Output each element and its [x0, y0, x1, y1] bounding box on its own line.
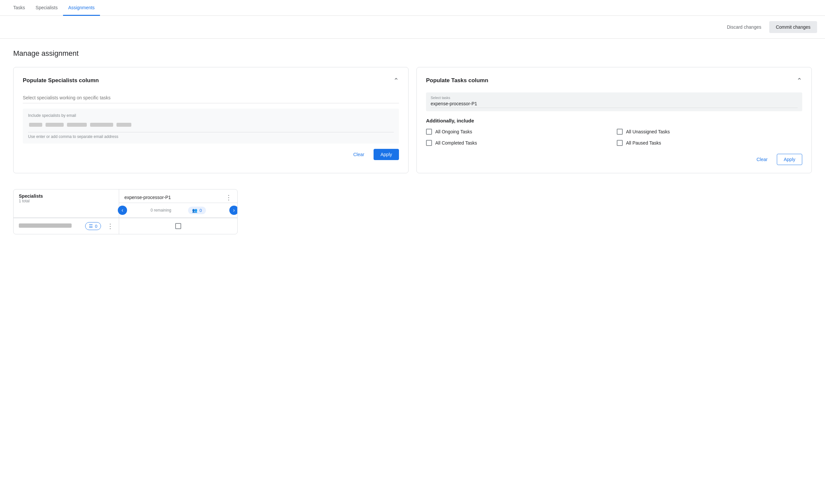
specialists-clear-button[interactable]: Clear: [350, 149, 368, 160]
task-header-inner: expense-processor-P1 ⋮: [119, 190, 237, 203]
tasks-panel-title: Populate Tasks column: [426, 77, 489, 84]
task-sub-row: ‹ 0 remaining 👥 0 ›: [119, 203, 237, 218]
row-more-menu-icon[interactable]: ⋮: [107, 222, 114, 230]
header-bar: Discard changes Commit changes: [0, 16, 825, 39]
select-tasks-label: Select tasks: [431, 96, 798, 100]
tab-specialists[interactable]: Specialists: [30, 0, 63, 16]
commit-changes-button[interactable]: Commit changes: [769, 21, 817, 33]
email-chip-4: [90, 123, 113, 127]
specialist-name: [19, 223, 82, 229]
email-chip-2: [46, 123, 64, 127]
page-content: Manage assignment Populate Specialists c…: [0, 39, 825, 246]
specialists-panel-title: Populate Specialists column: [23, 77, 99, 84]
email-input-area[interactable]: [28, 121, 394, 132]
task-column-header: expense-processor-P1 ⋮ ‹ 0 remaining 👥 0…: [119, 190, 237, 218]
top-navigation: Tasks Specialists Assignments: [0, 0, 825, 16]
task-assignment-checkbox[interactable]: [175, 223, 181, 229]
tasks-panel-header: Populate Tasks column ⌃: [426, 77, 802, 84]
task-nav-next-button[interactable]: ›: [229, 206, 238, 215]
task-remaining: 0 remaining: [150, 208, 171, 213]
select-tasks-value[interactable]: expense-processor-P1: [431, 101, 798, 108]
include-specialists-section: Include specialists by email Use enter o…: [23, 109, 399, 144]
specialist-count-badge: ☰ 0: [85, 222, 101, 230]
specialist-cell: ☰ 0 ⋮: [13, 218, 119, 234]
checkbox-unassigned-label: All Unassigned Tasks: [626, 129, 670, 134]
task-name: expense-processor-P1: [125, 195, 171, 200]
specialists-col-subtitle: 1 total: [19, 199, 114, 203]
specialist-name-blurred: [19, 223, 72, 228]
email-chip-3: [67, 123, 87, 127]
specialists-apply-button[interactable]: Apply: [374, 149, 399, 160]
task-nav-prev-button[interactable]: ‹: [118, 206, 127, 215]
checkbox-completed-label: All Completed Tasks: [435, 140, 477, 146]
task-assignment-cell: [119, 218, 237, 234]
tab-assignments[interactable]: Assignments: [63, 0, 100, 16]
specialists-panel-header: Populate Specialists column ⌃: [23, 77, 399, 84]
table-row: ☰ 0 ⋮: [13, 218, 237, 234]
task-more-menu-icon[interactable]: ⋮: [225, 194, 232, 201]
table-header-row: Specialists 1 total expense-processor-P1…: [13, 190, 237, 218]
panels-row: Populate Specialists column ⌃ Include sp…: [13, 67, 812, 173]
specialists-column-header: Specialists 1 total: [13, 190, 119, 218]
select-specialists-field-group: [23, 92, 399, 103]
specialist-count-value: 0: [95, 224, 97, 229]
page-title: Manage assignment: [13, 49, 812, 58]
task-count-badge: 👥 0: [188, 207, 206, 214]
select-tasks-field-group: Select tasks expense-processor-P1: [426, 92, 802, 111]
list-icon: ☰: [89, 223, 93, 229]
checkbox-ongoing-box[interactable]: [426, 129, 432, 135]
tab-tasks[interactable]: Tasks: [8, 0, 30, 16]
additionally-label: Additionally, include: [426, 118, 802, 124]
checkbox-ongoing-label: All Ongoing Tasks: [435, 129, 472, 134]
discard-changes-button[interactable]: Discard changes: [723, 22, 765, 32]
checkbox-ongoing[interactable]: All Ongoing Tasks: [426, 129, 611, 135]
checkbox-completed[interactable]: All Completed Tasks: [426, 140, 611, 146]
checkboxes-grid: All Ongoing Tasks All Unassigned Tasks A…: [426, 129, 802, 146]
email-chip-5: [117, 123, 131, 127]
checkbox-paused[interactable]: All Paused Tasks: [617, 140, 802, 146]
checkbox-unassigned[interactable]: All Unassigned Tasks: [617, 129, 802, 135]
specialists-panel: Populate Specialists column ⌃ Include sp…: [13, 67, 408, 173]
checkbox-paused-box[interactable]: [617, 140, 623, 146]
specialists-col-title: Specialists: [19, 194, 114, 199]
email-chip-1: [29, 123, 42, 127]
select-specialists-input[interactable]: [23, 92, 399, 103]
chevron-up-icon[interactable]: ⌃: [393, 77, 399, 84]
people-icon: 👥: [192, 208, 197, 213]
assignment-table: Specialists 1 total expense-processor-P1…: [13, 189, 238, 234]
email-hint-text: Use enter or add comma to separate email…: [28, 134, 394, 139]
include-label: Include specialists by email: [28, 113, 394, 118]
tasks-chevron-up-icon[interactable]: ⌃: [797, 77, 802, 84]
specialists-panel-footer: Clear Apply: [23, 149, 399, 160]
tasks-apply-button[interactable]: Apply: [777, 154, 802, 165]
tasks-panel: Populate Tasks column ⌃ Select tasks exp…: [417, 67, 812, 173]
checkbox-completed-box[interactable]: [426, 140, 432, 146]
task-count-value: 0: [199, 208, 202, 213]
tasks-clear-button[interactable]: Clear: [753, 154, 771, 165]
tasks-panel-footer: Clear Apply: [426, 154, 802, 165]
checkbox-paused-label: All Paused Tasks: [626, 140, 661, 146]
checkbox-unassigned-box[interactable]: [617, 129, 623, 135]
